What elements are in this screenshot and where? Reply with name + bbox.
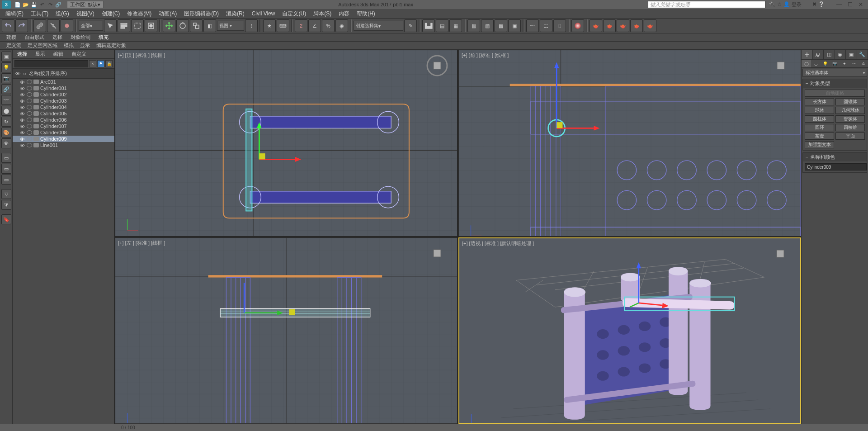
viewport-front[interactable]: [+] [前 ] [标准 ] [线框 ] [458, 50, 801, 237]
connect-icon[interactable]: 🔌 [769, 1, 775, 8]
new-icon[interactable]: 📄 [14, 1, 22, 8]
scene-item[interactable]: 👁Cylinder003 [13, 98, 114, 104]
lb-rect1-button[interactable]: ▭ [1, 153, 11, 163]
pivot-button[interactable]: ⊹ [245, 19, 258, 32]
ribbon-tab-freeform[interactable]: 自由形式 [24, 34, 44, 41]
select-rotate-button[interactable] [176, 19, 189, 32]
snap-2d-button[interactable]: 2 [295, 19, 307, 32]
help-icon[interactable]: ❔ [818, 1, 825, 8]
cone-button[interactable]: 圆锥体 [835, 98, 865, 105]
viewport-top-label[interactable]: [+] [顶 ] [标准 ] [线框 ] [118, 52, 165, 59]
eye-icon[interactable]: 👁 [20, 118, 25, 122]
box-button[interactable]: 长方体 [805, 98, 834, 105]
render-setup-button[interactable]: 🫖 [590, 19, 602, 32]
menu-script[interactable]: 脚本(S) [310, 9, 335, 19]
eye-icon[interactable]: 👁 [20, 111, 25, 116]
freeze-icon[interactable] [27, 80, 32, 84]
scene-tab-display[interactable]: 显示 [35, 51, 45, 57]
object-name-input[interactable] [805, 163, 867, 171]
lb-paint-button[interactable]: 🎨 [1, 128, 11, 137]
menu-render[interactable]: 渲染(R) [222, 9, 248, 19]
layer-explorer-button[interactable]: ▨ [481, 19, 494, 32]
eye-icon[interactable]: 👁 [20, 143, 25, 147]
menu-content[interactable]: 内容 [335, 9, 353, 19]
eye-icon[interactable]: 👁 [20, 99, 25, 103]
menu-group[interactable]: 组(G) [52, 9, 72, 19]
scene-item[interactable]: 👁Cylinder002 [13, 91, 114, 98]
eye-icon[interactable]: 👁 [20, 92, 25, 97]
select-button[interactable] [104, 19, 117, 32]
redo-icon[interactable]: ↷ [46, 1, 54, 8]
select-move-button[interactable] [163, 19, 175, 32]
scene-item[interactable]: 👁Cylinder001 [13, 85, 114, 91]
snap-percent-button[interactable]: % [322, 19, 335, 32]
curve-editor-button[interactable]: 〰 [526, 19, 539, 32]
lb-wave-button[interactable]: 〰 [1, 95, 11, 105]
scene-item[interactable]: 👁Cylinder004 [13, 104, 114, 110]
render-online-button[interactable]: 🫖 [644, 19, 656, 32]
selection-filter-dropdown[interactable]: 全部 ▾ [79, 21, 103, 31]
selset-edit-button[interactable]: ✎ [404, 19, 417, 32]
open-icon[interactable]: 📂 [22, 1, 30, 8]
eye-icon[interactable]: 👁 [20, 105, 25, 109]
ribbon-item-editsel[interactable]: 编辑选定对象 [96, 42, 126, 49]
keyboard-button[interactable]: ⌨ [277, 19, 289, 32]
redo-button[interactable] [15, 19, 28, 32]
scene-lock-icon[interactable]: 🔒 [105, 60, 113, 67]
lb-camera-button[interactable]: 📷 [1, 73, 11, 83]
freeze-icon[interactable] [27, 118, 32, 122]
viewport-left[interactable]: [+] [左 ] [标准 ] [线框 ] [115, 237, 458, 424]
motion-tab[interactable]: ◉ [835, 50, 846, 59]
freeze-icon[interactable] [27, 111, 32, 116]
eye-icon[interactable]: 👁 [20, 124, 25, 128]
ribbon-item-sim[interactable]: 模拟 [64, 42, 74, 49]
scene-item[interactable]: 👁Cylinder006 [13, 117, 114, 123]
viewport-top[interactable]: [+] [顶 ] [标准 ] [线框 ] [115, 50, 458, 237]
dope-sheet-button[interactable]: ☷ [540, 19, 552, 32]
scene-search-input[interactable] [14, 60, 88, 67]
exchange-icon[interactable]: ✖ [812, 1, 816, 8]
systems-subtab[interactable]: ✲ [859, 60, 868, 67]
ribbon-tab-objpaint[interactable]: 对象绘制 [71, 34, 90, 41]
lb-rotate-button[interactable]: ↻ [1, 117, 11, 127]
minimize-button[interactable]: — [834, 0, 844, 9]
eye-icon[interactable]: 👁 [20, 130, 25, 135]
undo-icon[interactable]: ↶ [38, 1, 46, 8]
ribbon-tab-selection[interactable]: 选择 [52, 34, 62, 41]
link-icon[interactable]: 🔗 [54, 1, 62, 8]
geosphere-button[interactable]: 几何球体 [835, 107, 865, 114]
schematic-button[interactable]: ⌷ [553, 19, 566, 32]
menu-create[interactable]: 创建(C) [98, 9, 124, 19]
viewport-front-label[interactable]: [+] [前 ] [标准 ] [线框 ] [462, 52, 509, 59]
cylinder-button[interactable]: 圆柱体 [805, 115, 834, 123]
viewcube-icon[interactable] [426, 55, 448, 76]
scene-header[interactable]: 👁 ○ 名称(按升序排序) [13, 69, 114, 79]
ribbon-button[interactable]: ▣ [508, 19, 521, 32]
viewport-perspective-label[interactable]: [+] [透视 ] [标准 ] [默认明暗处理 ] [462, 240, 534, 247]
freeze-icon[interactable] [27, 86, 32, 90]
scene-item[interactable]: 👁Cylinder009 [13, 136, 114, 142]
shapes-subtab[interactable]: ◡ [811, 60, 821, 67]
login-label[interactable]: 登录 [792, 1, 802, 8]
freeze-icon[interactable] [27, 137, 32, 141]
viewport-left-label[interactable]: [+] [左 ] [标准 ] [线框 ] [118, 240, 165, 246]
material-button[interactable] [571, 19, 584, 32]
lb-rect2-button[interactable]: ▭ [1, 164, 11, 174]
hierarchy-tab[interactable]: ◫ [824, 50, 835, 59]
tube-button[interactable]: 管状体 [835, 115, 865, 123]
viewcube-icon[interactable] [769, 243, 791, 265]
ribbon-tab-modeling[interactable]: 建模 [6, 34, 16, 41]
app-logo[interactable]: 3 [2, 0, 11, 9]
teapot-button[interactable]: 茶壶 [805, 133, 834, 140]
user-icon[interactable]: 👤 [783, 1, 790, 8]
scene-item[interactable]: 👁Arc001 [13, 79, 114, 85]
freeze-icon[interactable] [27, 130, 32, 135]
menu-graph[interactable]: 图形编辑器(D) [180, 9, 222, 19]
coord-dropdown[interactable]: 视图 ▾ [217, 21, 244, 31]
display-layer-button[interactable]: ▩ [495, 19, 507, 32]
select-scale-button[interactable] [190, 19, 203, 32]
scene-filter-icon[interactable]: ⚑ [97, 60, 104, 67]
viewport-perspective[interactable]: [+] [透视 ] [标准 ] [默认明暗处理 ] [458, 237, 801, 424]
render-button[interactable]: 🫖 [617, 19, 629, 32]
lb-bookmark-button[interactable]: 🔖 [1, 214, 11, 224]
